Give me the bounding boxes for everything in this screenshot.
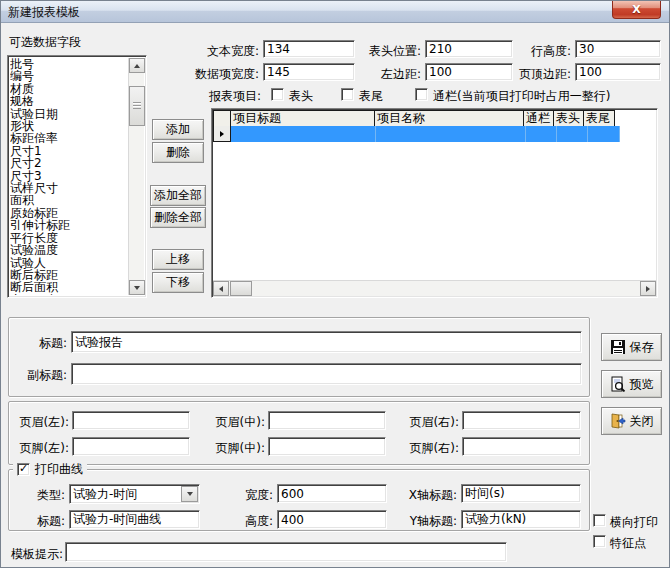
scrollbar-thumb[interactable]	[129, 86, 145, 126]
landscape-print-label[interactable]: 横向打印	[610, 514, 658, 531]
grid-col-header: 表头	[553, 110, 584, 127]
grid-horizontal-scrollbar[interactable]	[213, 280, 656, 296]
add-button[interactable]: 添加	[152, 119, 204, 140]
footer-checkbox[interactable]	[341, 88, 354, 101]
close-button[interactable]: X	[612, 1, 661, 19]
page-footer-right-label: 页脚(右):	[397, 440, 459, 457]
page-header-left-label: 页眉(左):	[7, 414, 69, 431]
list-item[interactable]: 尺寸2	[10, 157, 127, 169]
curve-width-input[interactable]	[277, 484, 387, 503]
list-item[interactable]: 试验温度	[10, 244, 127, 256]
remove-all-button[interactable]: 删除全部	[150, 207, 206, 228]
curve-height-input[interactable]	[277, 510, 387, 529]
curve-type-select[interactable]: 试验力-时间	[69, 484, 200, 504]
list-item[interactable]: 规格	[10, 95, 127, 107]
available-fields-label: 可选数据字段	[9, 34, 81, 51]
item-width-input[interactable]	[263, 63, 355, 81]
curve-width-label: 宽度:	[231, 487, 273, 504]
page-header-center-input[interactable]	[268, 411, 386, 430]
row-height-input[interactable]	[575, 40, 661, 58]
template-hint-input[interactable]	[65, 542, 507, 562]
fullrow-checkbox-label[interactable]: 通栏(当前项目打印时占用一整行)	[433, 88, 610, 105]
dialog-new-report-template: 新建报表模板 X 可选数据字段 批号编号材质规格试验日期形状标距倍率尺寸1尺寸2…	[0, 0, 670, 568]
remove-button[interactable]: 删除	[152, 142, 204, 163]
arrow-left-icon	[219, 286, 223, 292]
list-item[interactable]: 引伸计标距	[10, 219, 127, 231]
arrow-up-icon	[134, 64, 140, 68]
feature-points-checkbox[interactable]	[593, 535, 606, 548]
page-header-left-input[interactable]	[72, 411, 190, 430]
preview-button[interactable]: 预览	[601, 370, 662, 398]
close-dialog-button[interactable]: 关闭	[601, 407, 662, 435]
grid-col-item-title: 项目标题	[230, 110, 375, 127]
dropdown-button[interactable]	[181, 486, 198, 502]
y-axis-title-input[interactable]	[461, 510, 581, 529]
add-all-button[interactable]: 添加全部	[150, 185, 206, 206]
header-pos-label: 表头位置:	[353, 43, 421, 60]
report-items-grid[interactable]: 项目标题 项目名称 通栏 表头 表尾	[211, 108, 658, 298]
row-selector-cell	[213, 126, 231, 142]
curve-title-label: 标题:	[25, 513, 65, 530]
fullrow-checkbox[interactable]	[415, 88, 428, 101]
report-title-label: 标题:	[27, 335, 67, 352]
titlebar[interactable]: 新建报表模板 X	[1, 1, 669, 23]
row-height-label: 行高度:	[515, 43, 571, 60]
list-item[interactable]: 断后面积	[10, 281, 127, 293]
move-up-button[interactable]: 上移	[152, 249, 204, 270]
field-listbox[interactable]: 批号编号材质规格试验日期形状标距倍率尺寸1尺寸2尺寸3试样尺寸面积原始标距引伸计…	[7, 55, 147, 298]
grid-cell[interactable]	[588, 126, 620, 142]
report-subtitle-input[interactable]	[71, 363, 582, 385]
report-title-input[interactable]	[71, 331, 582, 353]
feature-points-label[interactable]: 特征点	[610, 535, 646, 552]
footer-checkbox-label[interactable]: 表尾	[359, 88, 383, 105]
list-item[interactable]: 上屈服力	[10, 294, 127, 295]
chevron-down-icon	[187, 492, 193, 496]
list-item[interactable]: 编号	[10, 70, 127, 82]
curve-type-value: 试验力-时间	[73, 486, 137, 503]
scroll-left-button[interactable]	[213, 281, 229, 296]
print-curve-checkbox[interactable]	[17, 463, 30, 476]
close-button-label: 关闭	[630, 413, 654, 430]
page-header-right-label: 页眉(右):	[397, 414, 459, 431]
curve-height-label: 高度:	[231, 513, 273, 530]
header-checkbox-label[interactable]: 表头	[289, 88, 313, 105]
page-footer-center-input[interactable]	[268, 437, 386, 456]
scroll-right-button[interactable]	[640, 281, 656, 296]
template-hint-label: 模板提示:	[5, 546, 63, 563]
list-item[interactable]: 面积	[10, 194, 127, 206]
scroll-up-button[interactable]	[129, 58, 145, 73]
header-pos-input[interactable]	[425, 40, 513, 58]
page-footer-right-input[interactable]	[462, 437, 581, 456]
curve-title-input[interactable]	[69, 510, 200, 529]
header-checkbox[interactable]	[271, 88, 284, 101]
page-footer-left-input[interactable]	[72, 437, 190, 456]
report-subtitle-label: 副标题:	[13, 367, 67, 384]
list-item[interactable]: 标距倍率	[10, 132, 127, 144]
x-axis-title-label: X轴标题:	[393, 487, 457, 504]
top-margin-input[interactable]	[575, 63, 661, 81]
move-down-button[interactable]: 下移	[152, 272, 204, 293]
grid-header-row: 项目标题 项目名称 通栏 表头 表尾	[213, 110, 615, 127]
print-curve-legend: 打印曲线	[13, 462, 87, 476]
left-margin-input[interactable]	[425, 63, 513, 81]
grid-col-footer: 表尾	[583, 110, 615, 127]
grid-col-fullrow: 通栏	[523, 110, 554, 127]
grid-cell[interactable]	[526, 126, 557, 142]
grid-selected-row[interactable]	[213, 126, 620, 142]
x-axis-title-input[interactable]	[461, 484, 581, 503]
print-curve-label[interactable]: 打印曲线	[35, 461, 83, 478]
grid-cell[interactable]	[557, 126, 588, 142]
hscrollbar-thumb[interactable]	[230, 281, 252, 296]
list-vertical-scrollbar[interactable]	[128, 58, 144, 295]
landscape-print-checkbox[interactable]	[593, 514, 606, 527]
top-margin-label: 页顶边距:	[509, 66, 571, 83]
grid-cell[interactable]	[231, 126, 376, 142]
page-header-right-input[interactable]	[462, 411, 581, 430]
report-item-label: 报表项目:	[209, 88, 261, 105]
grid-cell[interactable]	[376, 126, 526, 142]
save-button[interactable]: 保存	[601, 333, 662, 361]
text-width-input[interactable]	[263, 40, 355, 58]
scroll-down-button[interactable]	[129, 280, 145, 295]
curve-type-label: 类型:	[25, 487, 65, 504]
preview-icon	[610, 376, 626, 392]
